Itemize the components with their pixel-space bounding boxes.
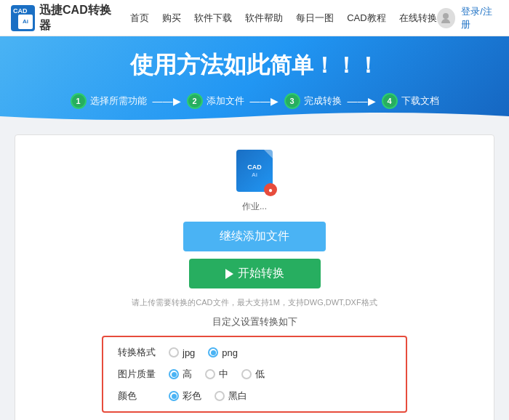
start-convert-label: 开始转换 (238, 266, 284, 281)
file-icon-text: CADAi (247, 163, 262, 178)
nav-help[interactable]: 软件帮助 (245, 12, 283, 25)
color-full[interactable]: 彩色 (169, 389, 201, 403)
add-file-button[interactable]: 继续添加文件 (183, 222, 326, 251)
step-2-num: 2 (187, 93, 203, 109)
step-2-label: 添加文件 (207, 94, 244, 108)
hint-text: 请上传需要转换的CAD文件，最大支持1M，支持DWG,DWT,DXF格式 (132, 297, 377, 308)
quality-row: 图片质量 高 中 低 (118, 368, 391, 381)
color-full-radio[interactable] (169, 391, 179, 401)
quality-high[interactable]: 高 (169, 368, 192, 381)
main-content: CADAi ● 作业... 继续添加文件 开始转换 请上传需要转换的CAD文件，… (15, 134, 494, 420)
step-3-label: 完成转换 (304, 94, 342, 108)
nav-tutorial[interactable]: CAD教程 (347, 12, 385, 25)
step-4: 4 下载文档 (382, 93, 439, 109)
nav-daily[interactable]: 每日一图 (296, 12, 334, 25)
quality-high-radio-inner (172, 372, 177, 377)
arrow-2: ——▶ (250, 95, 278, 107)
quality-low-label: 低 (255, 368, 265, 381)
step-4-label: 下载文档 (401, 94, 439, 108)
logo-inner: Ai (18, 15, 33, 29)
color-label: 颜色 (118, 389, 169, 403)
nav-buy[interactable]: 购买 (162, 12, 181, 25)
logo-cad-text: CAD (13, 7, 28, 15)
quality-high-label: 高 (183, 368, 192, 381)
banner: 使用方法如此简单！！！ 1 选择所需功能 ——▶ 2 添加文件 ——▶ 3 完成… (0, 36, 509, 124)
quality-mid[interactable]: 中 (205, 368, 228, 381)
color-radio-group: 彩色 黑白 (169, 389, 247, 403)
step-4-num: 4 (382, 93, 398, 109)
user-avatar (437, 8, 456, 28)
logo-box: CAD Ai (11, 5, 35, 31)
quality-radio-group: 高 中 低 (169, 368, 265, 381)
quality-low[interactable]: 低 (241, 368, 265, 381)
logo-area: CAD Ai 迅捷CAD转换器 (11, 3, 116, 33)
format-row: 转换格式 jpg png (118, 346, 391, 359)
header-right: 登录/注册 (437, 5, 498, 31)
nav-home[interactable]: 首页 (130, 12, 149, 25)
file-label: 作业... (242, 201, 267, 213)
color-full-radio-inner (172, 394, 177, 399)
format-radio-group: jpg png (169, 347, 238, 358)
step-1-label: 选择所需功能 (90, 94, 147, 108)
nav-online[interactable]: 在线转换 (399, 12, 437, 25)
step-3-num: 3 (284, 93, 300, 109)
step-1-num: 1 (71, 93, 87, 109)
step-3: 3 完成转换 (284, 93, 342, 109)
format-jpg-label: jpg (183, 347, 195, 358)
color-bw-radio[interactable] (215, 391, 225, 401)
arrow-1: ——▶ (153, 95, 181, 107)
custom-title: 目定义设置转换如下 (212, 315, 297, 328)
color-row: 颜色 彩色 黑白 (118, 389, 391, 403)
step-1: 1 选择所需功能 (71, 93, 147, 109)
banner-title: 使用方法如此简单！！！ (22, 49, 487, 81)
banner-title-prefix: 使用方法如此 (130, 52, 270, 78)
quality-mid-radio[interactable] (205, 369, 215, 379)
banner-title-bold: 简单！！！ (270, 53, 379, 77)
format-label: 转换格式 (118, 346, 169, 359)
file-corner (264, 150, 273, 158)
color-bw-label: 黑白 (228, 389, 247, 403)
quality-low-radio[interactable] (241, 369, 252, 379)
format-png-radio[interactable] (208, 347, 218, 358)
format-png[interactable]: png (208, 347, 238, 358)
file-area: CADAi ● 作业... (30, 150, 479, 213)
brand-name: 迅捷CAD转换器 (39, 3, 116, 33)
format-png-radio-inner (211, 350, 216, 355)
format-jpg-radio[interactable] (169, 347, 179, 358)
file-icon-wrap: CADAi ● (236, 150, 273, 192)
color-bw[interactable]: 黑白 (215, 389, 247, 403)
format-png-label: png (222, 347, 238, 358)
steps: 1 选择所需功能 ——▶ 2 添加文件 ——▶ 3 完成转换 ——▶ 4 下载文… (22, 93, 487, 109)
color-full-label: 彩色 (183, 389, 201, 403)
quality-label: 图片质量 (118, 368, 169, 381)
file-badge: ● (264, 183, 277, 196)
logo-inner-text: Ai (23, 18, 28, 25)
header: CAD Ai 迅捷CAD转换器 首页 购买 软件下载 软件帮助 每日一图 CAD… (0, 0, 509, 36)
play-icon (225, 269, 233, 279)
step-2: 2 添加文件 (187, 93, 244, 109)
login-button[interactable]: 登录/注册 (461, 5, 498, 31)
svg-point-0 (443, 13, 449, 19)
settings-box: 转换格式 jpg png 图片质量 (102, 336, 407, 413)
arrow-3: ——▶ (348, 95, 376, 107)
nav-download[interactable]: 软件下载 (194, 12, 232, 25)
start-convert-button[interactable]: 开始转换 (189, 259, 321, 288)
quality-mid-label: 中 (219, 368, 228, 381)
nav: 首页 购买 软件下载 软件帮助 每日一图 CAD教程 在线转换 (130, 12, 436, 25)
format-jpg[interactable]: jpg (169, 347, 195, 358)
quality-high-radio[interactable] (169, 369, 179, 379)
